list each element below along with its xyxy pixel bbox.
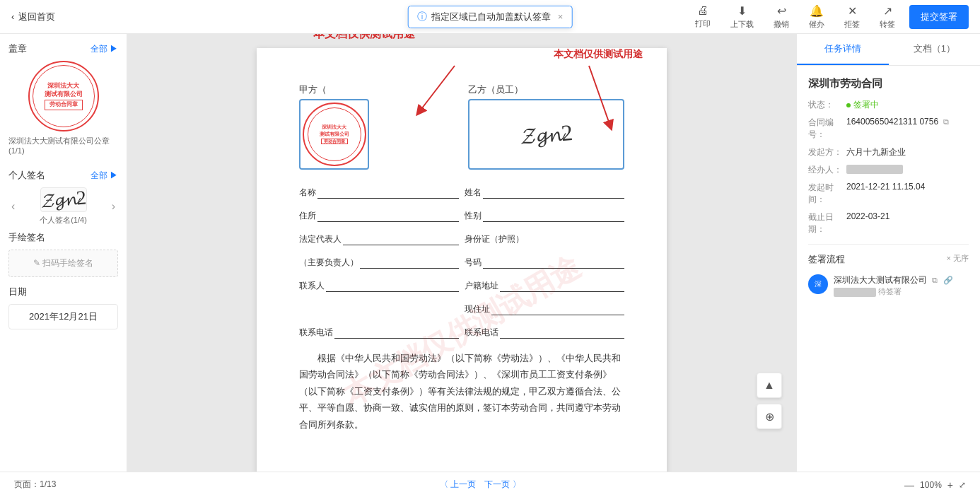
signature-image: 𝓩𝓰𝓷2 [40, 186, 87, 213]
toast-close-button[interactable]: × [558, 11, 564, 22]
handler-value [846, 164, 969, 174]
process-item: 深 深圳法大大测试有限公司 ⧉ 🔗 待签署 [808, 274, 969, 297]
print-icon: 🖨 [697, 4, 708, 17]
form-field-current-addr: 现住址 [465, 303, 624, 315]
form-field-main-person: （主要负责人） [299, 257, 459, 269]
form-field-contact: 联系人 [299, 280, 459, 292]
company-doc-seal: 深圳法大大测试有限公司劳动合同章 [303, 103, 366, 166]
print-button[interactable]: 🖨 打印 [689, 1, 716, 32]
divider [808, 244, 969, 245]
toast-container: ⓘ 指定区域已自动加盖默认签章 × [408, 6, 573, 28]
signature-carousel: ‹ 𝓩𝓰𝓷2 个人签名(1/4) › [8, 187, 118, 226]
signature-preview[interactable]: 𝓩𝓰𝓷2 [40, 187, 87, 212]
process-company-name: 深圳法大大测试有限公司 ⧉ 🔗 [834, 274, 969, 286]
document-page: 本文档仅供测试用途 甲方（ 深圳法大大测试有限公司劳动合同章 [257, 48, 667, 472]
right-tabs: 任务详情 文档（1） [797, 34, 980, 66]
form-row-1: 名称 姓名 [299, 187, 624, 199]
handwrite-button[interactable]: ✎ 扫码手绘签名 [8, 250, 118, 277]
form-field-empty [299, 303, 459, 315]
process-info: 深圳法大大测试有限公司 ⧉ 🔗 待签署 [834, 274, 969, 297]
initiator-field: 发起方： 六月十九新企业 [808, 146, 969, 158]
contract-body-text: 根据《中华人民共和国劳动法》（以下简称《劳动法》）、《中华人民共和国劳动合同法》… [299, 350, 624, 433]
document-area: 本文档仅供测试用途 本文档仅供测试用途 本文档仅供测试用途 [127, 34, 796, 472]
tab-documents[interactable]: 文档（1） [889, 34, 981, 65]
form-fields: 名称 姓名 住所 性别 法定代表人 [299, 187, 624, 339]
next-page-button[interactable]: 下一页 〉 [484, 479, 520, 491]
handwrite-title: 手绘签名 [8, 231, 45, 244]
submit-button[interactable]: 提交签署 [909, 5, 969, 29]
form-field-huji: 户籍地址 [465, 280, 624, 292]
seal-section-header: 盖章 全部 ▶ [8, 42, 118, 55]
personal-sig-all-link[interactable]: 全部 ▶ [91, 170, 118, 182]
date-title: 日期 [8, 286, 27, 298]
download-icon: ⬇ [737, 4, 747, 18]
form-field-surname: 姓名 [465, 187, 624, 199]
remind-icon: 🔔 [810, 4, 824, 18]
scroll-settings-button[interactable]: ⊕ [757, 404, 782, 429]
revoke-button[interactable]: ↩ 撤销 [768, 1, 795, 33]
contract-no-value: 164005650421311 0756 ⧉ [846, 117, 969, 127]
transfer-button[interactable]: ↗ 转签 [874, 1, 901, 33]
download-button[interactable]: ⬇ 上下载 [725, 1, 759, 33]
handwrite-section: 手绘签名 ✎ 扫码手绘签名 [8, 231, 118, 277]
process-link-icon[interactable]: 🔗 [943, 276, 953, 284]
party-a-label: 甲方（ [299, 83, 455, 96]
zoom-controls: — 100% + ⤢ [904, 479, 966, 491]
form-field-tel-b: 联系电话 [465, 327, 624, 339]
create-time-value: 2021-12-21 11.15.04 [846, 182, 969, 192]
back-button[interactable]: ‹ 返回首页 [11, 11, 55, 23]
company-seal-item[interactable]: 深圳法大大测试有限公司 劳动合同章 深圳法大大测试有限公司公章(1/1) [8, 61, 118, 155]
party-a-box[interactable]: 深圳法大大测试有限公司劳动合同章 [299, 99, 369, 170]
handwriting-signature: 𝓩𝓰𝓷2 [519, 119, 573, 149]
process-tag: × 无序 [947, 253, 969, 266]
form-field-id: 身份证（护照） [465, 233, 624, 245]
annotation-label-1: 本文档仅供测试用途 [313, 34, 415, 42]
form-field-name: 名称 [299, 187, 459, 199]
reject-button[interactable]: ✕ 拒签 [839, 1, 865, 33]
tab-task-details[interactable]: 任务详情 [797, 34, 889, 65]
initiator-value: 六月十九新企业 [846, 146, 969, 158]
party-b-label: 乙方（员工） [468, 83, 624, 96]
contract-no-field: 合同编号： 164005650421311 0756 ⧉ [808, 117, 969, 141]
seal-all-link[interactable]: 全部 ▶ [91, 43, 118, 55]
date-header: 日期 [8, 286, 118, 298]
create-time-field: 发起时间： 2021-12-21 11.15.04 [808, 182, 969, 206]
form-row-6: 现住址 [299, 303, 624, 315]
toast-text: 指定区域已自动加盖默认签章 [431, 11, 551, 23]
form-field-tel-a: 联系电话 [299, 327, 459, 339]
form-field-gender: 性别 [465, 210, 624, 222]
zoom-in-button[interactable]: + [947, 479, 953, 491]
signature-label: 个人签名(1/4) [40, 215, 87, 226]
scroll-up-button[interactable]: ▲ [757, 373, 782, 398]
float-buttons: ▲ ⊕ [757, 373, 782, 429]
carousel-prev[interactable]: ‹ [8, 197, 18, 216]
reject-icon: ✕ [848, 4, 857, 18]
fullscreen-icon[interactable]: ⤢ [959, 480, 966, 490]
form-row-4: （主要负责人） 号码 [299, 257, 624, 269]
zoom-value: 100% [920, 480, 942, 490]
contract-title: 深圳市劳动合同 [808, 77, 969, 90]
prev-page-button[interactable]: 〈 上一页 [440, 479, 476, 491]
copy-icon[interactable]: ⧉ [943, 117, 949, 126]
form-row-7: 联系电话 联系电话 [299, 327, 624, 339]
handler-masked [846, 165, 903, 174]
carousel-next[interactable]: › [109, 197, 118, 216]
form-row-2: 住所 性别 [299, 210, 624, 222]
page-info: 页面：1/13 [14, 479, 56, 491]
parties-row: 甲方（ 深圳法大大测试有限公司劳动合同章 乙方（员工） [299, 83, 624, 170]
form-field-address: 住所 [299, 210, 459, 222]
status-badge: 签署中 [846, 99, 879, 111]
party-b-box[interactable]: 𝓩𝓰𝓷2 [468, 99, 624, 170]
zoom-out-button[interactable]: — [904, 479, 914, 491]
form-field-id-num: 号码 [465, 257, 624, 269]
process-copy-icon[interactable]: ⧉ [932, 276, 938, 284]
handler-field: 经办人： [808, 164, 969, 176]
status-field: 状态： 签署中 [808, 99, 969, 111]
remind-button[interactable]: 🔔 催办 [803, 1, 830, 33]
form-row-5: 联系人 户籍地址 [299, 280, 624, 292]
back-label: 返回首页 [18, 11, 55, 23]
handwrite-header: 手绘签名 [8, 231, 118, 244]
top-toolbar: ‹ 返回首页 ⓘ 指定区域已自动加盖默认签章 × 🖨 打印 ⬇ 上下载 ↩ 撤销… [0, 0, 980, 34]
company-seal-circle: 深圳法大大测试有限公司 劳动合同章 [28, 61, 99, 131]
back-icon: ‹ [11, 11, 14, 22]
